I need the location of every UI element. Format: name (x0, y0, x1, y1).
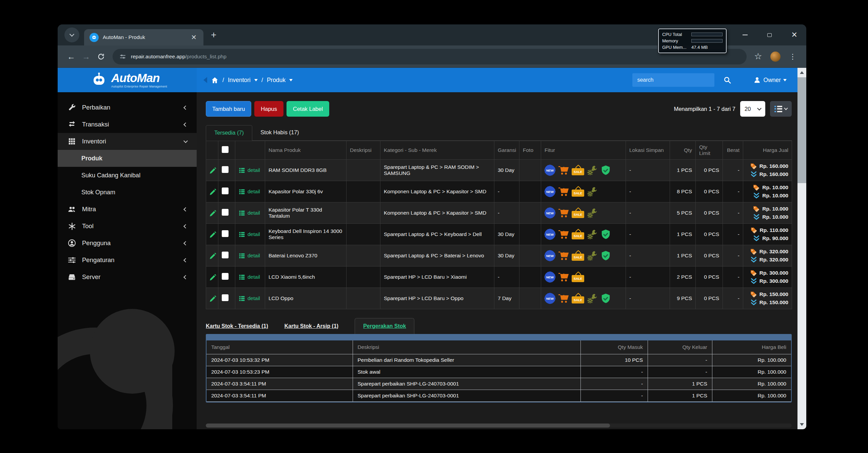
sidebar-item-produk[interactable]: Produk (58, 150, 197, 167)
warranty-cell: 30 Day (494, 160, 519, 181)
detail-link[interactable]: detail (239, 231, 261, 238)
detail-link[interactable]: detail (239, 210, 261, 216)
vertical-scrollbar[interactable] (797, 68, 806, 429)
tab-tersedia[interactable]: Tersedia (7) (206, 125, 252, 141)
search-input[interactable] (632, 73, 714, 87)
horizontal-scrollbar-thumb[interactable] (206, 424, 610, 428)
edit-cell (206, 224, 218, 245)
photo-cell (519, 245, 541, 267)
tab-close-icon[interactable]: ✕ (190, 33, 198, 41)
transfer-icon (67, 120, 77, 129)
cart-icon (558, 229, 569, 240)
detail-grid-icon (239, 253, 245, 259)
new-badge-icon: NEW (545, 208, 555, 218)
sidebar-item-inventori[interactable]: Inventori (58, 133, 197, 150)
row-checkbox[interactable] (222, 166, 229, 173)
detail-link[interactable]: detail (239, 167, 261, 174)
edit-pencil-icon[interactable] (210, 231, 215, 238)
new-tab-button[interactable]: + (211, 29, 216, 40)
edit-pencil-icon[interactable] (210, 188, 215, 195)
select-all-checkbox[interactable] (222, 146, 229, 153)
sidebar-item-pengguna[interactable]: Pengguna (58, 235, 197, 252)
main-content: Tambah baru Hapus Cetak Label Menampilka… (197, 92, 797, 429)
edit-pencil-icon[interactable] (210, 295, 215, 302)
row-checkbox[interactable] (222, 252, 229, 258)
sidebar-item-stok-opnam[interactable]: Stok Opnam (58, 184, 197, 201)
sidebar-item-perbaikan[interactable]: Perbaikan (58, 99, 197, 116)
movement-column-header: Harga Beli (712, 340, 791, 354)
movement-date-cell: 2024-07-03 10:53:32 PM (206, 354, 353, 366)
row-checkbox[interactable] (222, 209, 229, 216)
detail-grid-icon (239, 274, 245, 280)
stock-tab-2[interactable]: Pergerakan Stok (355, 318, 414, 334)
photo-cell (519, 224, 541, 245)
tab-stok-habis[interactable]: Stok Habis (17) (252, 125, 307, 141)
detail-link[interactable]: detail (239, 274, 261, 280)
horizontal-scrollbar[interactable] (206, 424, 792, 428)
edit-pencil-icon[interactable] (210, 167, 215, 174)
close-icon[interactable]: ✕ (791, 31, 797, 39)
breadcrumb-inventori[interactable]: Inventori (228, 77, 251, 84)
description-cell (347, 160, 380, 181)
product-name-cell: LCD Xiaomi 5,6inch (265, 267, 347, 288)
detail-link[interactable]: detail (239, 253, 261, 259)
browser-tab-active[interactable]: AutoMan - Produk ✕ (84, 29, 203, 45)
detail-link[interactable]: detail (239, 295, 261, 302)
scroll-up-arrow[interactable] (797, 68, 806, 77)
sidebar-item-mitra[interactable]: Mitra (58, 201, 197, 218)
stock-tab-1[interactable]: Kartu Stok - Arsip (1) (284, 323, 338, 334)
print-label-button[interactable]: Cetak Label (287, 101, 329, 117)
sidebar-item-suku-cadang-kanibal[interactable]: Suku Cadang Kanibal (58, 167, 197, 184)
scroll-down-arrow[interactable] (797, 420, 806, 429)
add-new-button[interactable]: Tambah baru (206, 101, 251, 117)
reload-icon[interactable] (94, 49, 108, 64)
row-checkbox[interactable] (222, 273, 229, 280)
brand-logo[interactable]: AutoMan Autopilot Enterprise Repair Mana… (58, 68, 197, 92)
detail-link[interactable]: detail (239, 189, 261, 195)
edit-pencil-icon[interactable] (210, 210, 215, 217)
features-cell: NEWSALE (541, 288, 626, 309)
row-checkbox[interactable] (222, 294, 229, 301)
sidebar-item-pengaturan[interactable]: Pengaturan (58, 252, 197, 269)
sidebar-item-transaksi[interactable]: Transaksi (58, 116, 197, 133)
sell-price: Rp. 320.000 (760, 248, 788, 256)
search-icon[interactable] (723, 76, 732, 84)
showing-count-text: Menampilkan 1 - 7 dari 7 (674, 106, 735, 112)
profile-avatar[interactable] (770, 52, 781, 62)
breadcrumb-produk[interactable]: Produk (267, 77, 285, 84)
sell-price: Rp. 110.000 (760, 226, 788, 234)
forward-icon[interactable]: → (79, 49, 94, 64)
sidebar-item-server[interactable]: Server (58, 269, 197, 285)
vertical-scrollbar-thumb[interactable] (797, 77, 806, 183)
user-menu[interactable]: Owner (753, 76, 787, 84)
stock-tab-0[interactable]: Kartu Stok - Tersedia (1) (206, 323, 268, 334)
tab-search-chevron-button[interactable] (64, 27, 79, 42)
breadcrumb-back-icon[interactable] (203, 77, 207, 83)
edit-pencil-icon[interactable] (210, 252, 215, 259)
tag-icon (753, 205, 760, 213)
row-checkbox[interactable] (222, 230, 229, 237)
qty-limit-cell: 0 PCS (696, 160, 723, 181)
bookmark-star-icon[interactable]: ☆ (751, 49, 766, 64)
edit-cell (206, 245, 218, 267)
back-icon[interactable]: ← (64, 49, 79, 64)
page-size-select[interactable]: 20 (740, 101, 765, 117)
minimize-icon[interactable] (743, 35, 748, 35)
delete-button[interactable]: Hapus (254, 101, 283, 117)
view-options-button[interactable] (770, 101, 792, 117)
reseller-price: Rp. 320.000 (760, 256, 788, 264)
reseller-price: Rp. 150.000 (760, 298, 788, 307)
movement-row: 2024-07-03 10:53:23 PMStok awal--Rp. 100… (206, 366, 791, 378)
edit-pencil-icon[interactable] (210, 274, 215, 281)
menu-kebab-icon[interactable]: ⋮ (785, 49, 800, 64)
maximize-icon[interactable] (767, 33, 772, 37)
movement-column-header: Deskripsi (353, 340, 580, 354)
address-bar[interactable]: repair.automanfree.app/products_list.php (113, 49, 747, 64)
features-cell: NEWSALE (541, 160, 626, 181)
qty-in-cell: - (580, 378, 648, 390)
site-settings-icon[interactable] (119, 53, 126, 60)
sidebar-item-tool[interactable]: Tool (58, 218, 197, 235)
home-icon[interactable] (211, 76, 219, 84)
tools-icon (587, 165, 598, 176)
row-checkbox[interactable] (222, 188, 229, 194)
